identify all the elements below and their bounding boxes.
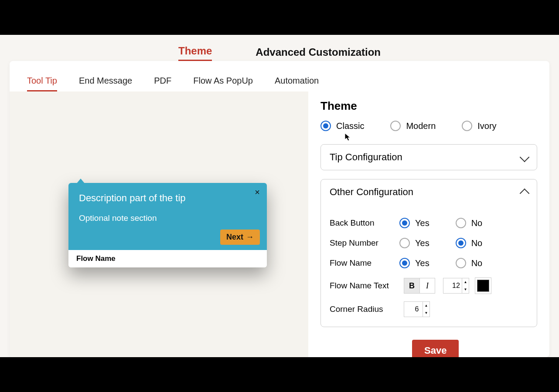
row-flow-name-text: Flow Name Text B I 12 ▲ ▼ bbox=[330, 278, 528, 294]
section-title-theme: Theme bbox=[320, 99, 537, 113]
subtab-tool-tip[interactable]: Tool Tip bbox=[27, 71, 57, 91]
radio-classic[interactable]: Classic bbox=[320, 121, 364, 131]
tab-advanced-customization[interactable]: Advanced Customization bbox=[256, 44, 381, 61]
config-area: Theme Classic Modern Ivory Tip Configura… bbox=[308, 91, 549, 357]
radio-label: Ivory bbox=[477, 121, 496, 131]
arrow-right-icon: → bbox=[246, 233, 254, 242]
accordion-tip-configuration[interactable]: Tip Configuration bbox=[320, 144, 537, 170]
accordion-title: Other Configuration bbox=[330, 186, 413, 198]
radio-label: Yes bbox=[415, 258, 429, 268]
radio-modern[interactable]: Modern bbox=[390, 121, 436, 131]
row-step-number: Step Number Yes No bbox=[330, 238, 528, 248]
next-button[interactable]: Next → bbox=[220, 230, 260, 245]
radio-circle-icon bbox=[390, 121, 401, 131]
tooltip-note: Optional note section bbox=[79, 213, 256, 223]
radio-circle-icon bbox=[462, 121, 472, 131]
flow-name-yes[interactable]: Yes bbox=[399, 258, 429, 268]
back-button-yes[interactable]: Yes bbox=[399, 218, 429, 228]
radio-circle-icon bbox=[456, 258, 466, 268]
chevron-down-icon bbox=[520, 152, 530, 162]
radio-circle-icon bbox=[399, 258, 410, 268]
letterbox-top bbox=[0, 0, 559, 35]
row-flow-name: Flow Name Yes No bbox=[330, 258, 528, 268]
panel: Tool Tip End Message PDF Flow As PopUp A… bbox=[10, 61, 549, 357]
radio-circle-icon bbox=[320, 121, 331, 131]
corner-radius-input[interactable]: 6 ▲ ▼ bbox=[404, 301, 430, 317]
chevron-up-icon bbox=[520, 189, 530, 199]
radio-circle-icon bbox=[456, 218, 466, 228]
bold-button[interactable]: B bbox=[404, 278, 419, 294]
main-tabs: Theme Advanced Customization bbox=[0, 35, 559, 61]
subtab-automation[interactable]: Automation bbox=[275, 71, 319, 91]
radio-label: Yes bbox=[415, 218, 429, 228]
tooltip-preview: × Description part of the tip Optional n… bbox=[68, 183, 267, 267]
sub-tabs: Tool Tip End Message PDF Flow As PopUp A… bbox=[10, 61, 549, 91]
corner-radius-value: 6 bbox=[415, 305, 419, 313]
radio-label: No bbox=[471, 258, 483, 268]
back-button-no[interactable]: No bbox=[456, 218, 483, 228]
row-back-button: Back Button Yes No bbox=[330, 218, 528, 228]
row-corner-radius: Corner Radius 6 ▲ ▼ bbox=[330, 301, 528, 317]
step-up-icon[interactable]: ▲ bbox=[423, 302, 429, 309]
row-label: Flow Name Text bbox=[330, 281, 404, 291]
step-number-no[interactable]: No bbox=[456, 238, 483, 248]
step-down-icon[interactable]: ▼ bbox=[423, 309, 429, 317]
accordion-header[interactable]: Other Configuration bbox=[321, 179, 537, 205]
subtab-pdf[interactable]: PDF bbox=[154, 71, 171, 91]
step-number-yes[interactable]: Yes bbox=[399, 238, 429, 248]
radio-label: Classic bbox=[336, 121, 364, 131]
step-down-icon[interactable]: ▼ bbox=[462, 286, 469, 293]
row-label: Flow Name bbox=[330, 258, 399, 268]
subtab-end-message[interactable]: End Message bbox=[79, 71, 132, 91]
font-size-value: 12 bbox=[452, 282, 460, 290]
flow-name-bar: Flow Name bbox=[68, 250, 267, 267]
radio-label: No bbox=[471, 218, 483, 228]
tooltip-description: Description part of the tip bbox=[79, 193, 256, 204]
accordion-other-configuration: Other Configuration Back Button Yes bbox=[320, 179, 537, 327]
row-label: Step Number bbox=[330, 238, 399, 248]
radio-ivory[interactable]: Ivory bbox=[462, 121, 496, 131]
font-size-input[interactable]: 12 ▲ ▼ bbox=[443, 278, 469, 294]
color-swatch[interactable] bbox=[477, 280, 489, 292]
letterbox-bottom bbox=[0, 357, 559, 392]
radio-label: Yes bbox=[415, 238, 429, 248]
theme-radio-group: Classic Modern Ivory bbox=[320, 121, 537, 131]
tab-theme[interactable]: Theme bbox=[178, 42, 212, 61]
close-icon[interactable]: × bbox=[255, 187, 260, 197]
row-label: Back Button bbox=[330, 218, 399, 228]
italic-button[interactable]: I bbox=[419, 278, 435, 294]
radio-label: Modern bbox=[406, 121, 436, 131]
next-label: Next bbox=[226, 233, 243, 242]
subtab-flow-as-popup[interactable]: Flow As PopUp bbox=[193, 71, 253, 91]
row-label: Corner Radius bbox=[330, 304, 404, 314]
radio-circle-icon bbox=[456, 238, 466, 248]
tooltip-body: × Description part of the tip Optional n… bbox=[68, 183, 267, 250]
radio-label: No bbox=[471, 238, 483, 248]
radio-circle-icon bbox=[399, 218, 410, 228]
preview-area: × Description part of the tip Optional n… bbox=[10, 91, 308, 357]
flow-name-no[interactable]: No bbox=[456, 258, 483, 268]
step-up-icon[interactable]: ▲ bbox=[462, 278, 469, 286]
radio-circle-icon bbox=[399, 238, 410, 248]
accordion-title: Tip Configuration bbox=[330, 152, 402, 163]
